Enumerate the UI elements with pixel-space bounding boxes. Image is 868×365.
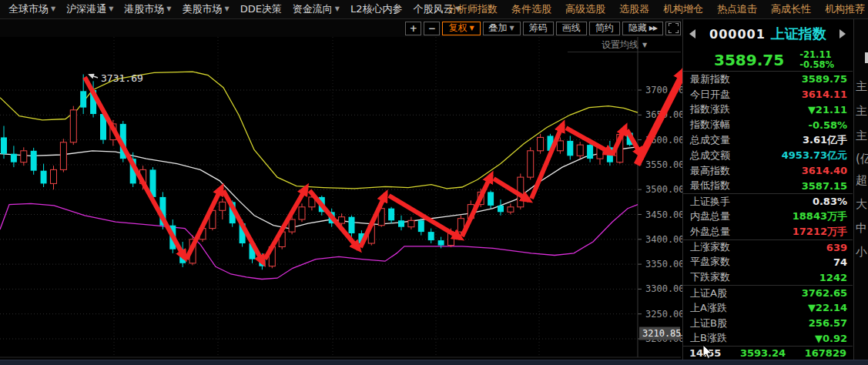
quote-row-label: 下跌家数 (690, 270, 730, 284)
change-value: -21.11 (799, 50, 834, 60)
toolbar-button-label: 画线 (562, 22, 581, 35)
clipped-label: 大 (856, 197, 867, 212)
menu-item[interactable]: 机构增仓 (656, 2, 710, 16)
trend-arrow (265, 187, 307, 260)
clipped-label: 主 (856, 104, 867, 119)
candlestick-chart[interactable]: 3700.003650.003600.003550.003500.003450.… (0, 37, 682, 358)
zoom-out-button[interactable]: − (424, 22, 440, 35)
toolbar-button[interactable]: 叠加▼ (483, 22, 521, 35)
quote-row-value: 3614.11 (802, 89, 847, 100)
quote-row: 上证A股3762.65 (683, 285, 853, 300)
quote-row-value: ▼21.11 (808, 104, 847, 116)
quote-row-label: 最高指数 (690, 164, 730, 178)
menu-item[interactable]: 热点追击 (710, 2, 764, 16)
menu-item[interactable]: L2核心内参 (345, 2, 408, 16)
quote-rows: 最新指数3589.75今日开盘3614.11指数涨跌▼21.11指数涨幅-0.5… (683, 72, 853, 346)
menu-item[interactable]: 港股市场▼ (119, 2, 176, 16)
clipped-label: 超 (856, 173, 867, 188)
chevron-down-icon: ▼ (109, 6, 113, 12)
y-axis-label: 3450.00 (645, 209, 685, 220)
quote-row: 外盘总量17212万手 (683, 224, 853, 239)
menu-item-label: 全球市场 (8, 2, 49, 16)
price-row: 3589.75 -21.11 -0.58% (683, 49, 853, 72)
quote-row-value: ▼0.92 (815, 333, 847, 344)
quote-row-value: -0.58% (809, 119, 848, 131)
quote-row: 指数涨幅-0.58% (683, 117, 853, 132)
stock-code: 000001 (709, 27, 766, 42)
prev-stock-icon[interactable] (689, 29, 695, 39)
toolbar-button[interactable]: 筹码 (523, 22, 554, 35)
chart-toolbar: +−复权▼叠加▼筹码画线简约隐藏▶▶ (0, 19, 682, 37)
quote-row-label: 上A涨跌 (690, 301, 727, 315)
quote-row-label: 最新指数 (690, 72, 730, 86)
zoom-in-button[interactable]: + (405, 22, 421, 35)
highlighted-axis-label: 3210.85 (642, 328, 682, 339)
quote-row: 最新指数3589.75 (683, 72, 853, 87)
quote-row-label: 内盘总量 (690, 209, 730, 223)
chevron-down-icon: ▼ (469, 25, 474, 32)
toolbar-button[interactable]: 复权▼ (442, 22, 480, 35)
quote-row-value: 74 (833, 256, 847, 268)
toolbar-button-label: 复权 (448, 22, 467, 35)
menu-item-label: DDE决策 (240, 2, 282, 16)
toolbar-button-label: 叠加 (489, 22, 508, 35)
menu-item[interactable]: 选股器 (612, 2, 656, 16)
quote-row: 平盘家数74 (683, 255, 853, 270)
menu-item-label: 高成长性 (771, 2, 811, 16)
menu-item[interactable]: 美股市场▼ (176, 2, 234, 16)
menu-item-label: 资金流向 (293, 2, 333, 16)
quote-row-label: 最低指数 (690, 179, 730, 193)
quote-row: 总成交额4953.73亿元 (683, 148, 853, 163)
menu-item[interactable]: 全球市场▼ (3, 2, 61, 16)
chevron-down-icon: ▼ (51, 6, 55, 12)
quote-row-value: 3587.15 (802, 180, 847, 192)
chevron-down-icon: ▼ (166, 6, 171, 12)
chevron-down-icon: ▼ (335, 6, 340, 12)
next-stock-icon[interactable] (840, 29, 846, 39)
quote-row: 内盘总量18843万手 (683, 209, 853, 224)
quote-row-label: 外盘总量 (690, 225, 730, 239)
stock-name: 上证指数 (771, 25, 826, 43)
quote-row-value: 1242 (819, 272, 847, 283)
menu-item[interactable]: 资金流向▼ (287, 2, 345, 16)
quote-row-label: 上证B股 (690, 316, 727, 330)
menu-item-label: 机构推荐 (825, 2, 865, 16)
menu-item-label: L2核心内参 (350, 2, 403, 16)
quote-row: 总成交量3.61亿手 (683, 132, 853, 148)
menu-item-label: 条件选股 (511, 2, 551, 16)
menu-item[interactable]: 分析师指数 (441, 2, 504, 16)
trend-arrow (186, 187, 222, 260)
chevron-down-icon: ▼ (224, 6, 229, 12)
clipped-label: 主 (856, 79, 867, 94)
quote-row: 上涨家数639 (683, 239, 853, 255)
quote-header: 000001 上证指数 (683, 19, 853, 49)
toolbar-button[interactable]: 画线 (556, 22, 587, 35)
y-axis-label: 3250.00 (645, 309, 685, 320)
quote-row-value: 18843万手 (793, 209, 847, 223)
menu-item[interactable]: 高级选股 (558, 2, 612, 16)
menu-item[interactable]: 条件选股 (504, 2, 558, 16)
clipped-label: 主 (856, 129, 867, 143)
fullscreen-button[interactable] (665, 22, 681, 35)
quote-row: 上A涨跌▼22.14 (683, 300, 853, 316)
quote-row: 上证换手0.83% (683, 193, 853, 209)
bottom-bar (0, 360, 868, 365)
quote-row-label: 平盘家数 (690, 255, 730, 269)
menu-left: 全球市场▼沪深港通▼港股市场▼美股市场▼DDE决策资金流向▼L2核心内参个股风云… (0, 0, 466, 18)
menu-item-label: 美股市场 (182, 2, 222, 16)
toolbar-button-label: 简约 (595, 22, 614, 35)
toolbar-button[interactable]: 简约 (589, 22, 620, 35)
quote-row-value: 3614.40 (802, 165, 847, 176)
trend-arrow (462, 175, 491, 236)
menu-item[interactable]: 沪深港通▼ (61, 2, 119, 16)
menu-item-label: 选股器 (619, 2, 649, 16)
menu-item[interactable]: 高成长性 (764, 2, 818, 16)
menubar: 全球市场▼沪深港通▼港股市场▼美股市场▼DDE决策资金流向▼L2核心内参个股风云… (0, 0, 868, 19)
toolbar-button[interactable]: 隐藏▶▶ (622, 22, 663, 35)
quote-row: 上B涨跌▼0.92 (683, 331, 853, 347)
menu-item[interactable]: DDE决策 (235, 2, 287, 16)
menu-item[interactable]: 机构推荐 (818, 2, 868, 16)
y-axis-label: 3300.00 (645, 283, 685, 294)
toolbar-button-label: 隐藏 (628, 22, 647, 35)
quote-footer-price: 3593.24 (740, 347, 786, 359)
